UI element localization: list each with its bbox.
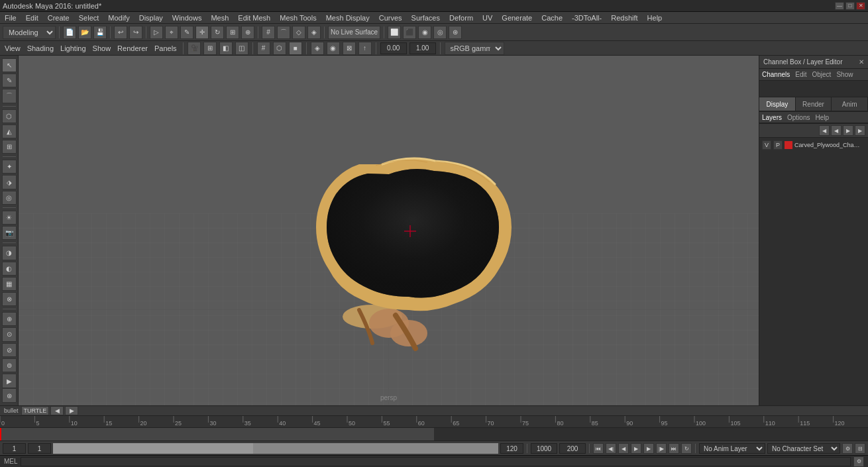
prev-frame-btn[interactable]: ◀: [50, 406, 64, 415]
mat-btn[interactable]: ◉: [327, 42, 340, 55]
paint-sel-btn[interactable]: ✎: [180, 26, 193, 39]
close-panel-btn[interactable]: ✕: [859, 58, 864, 66]
transform-tool-btn[interactable]: ⊕: [241, 26, 254, 39]
viewport-menu-renderer[interactable]: Renderer: [115, 44, 150, 53]
gamma-dropdown[interactable]: sRGB gamma: [445, 42, 504, 55]
start-frame-input[interactable]: [3, 443, 26, 454]
render-lt-btn[interactable]: ◑: [2, 246, 17, 260]
render4-btn[interactable]: ◎: [433, 26, 447, 39]
loop-btn[interactable]: ↻: [681, 443, 692, 454]
prev-frame-tl-btn[interactable]: ◀: [618, 443, 629, 454]
open-scene-btn[interactable]: 📂: [78, 26, 91, 39]
viewport-menu-show[interactable]: Show: [91, 44, 113, 53]
end-frame-input[interactable]: [500, 443, 523, 454]
anim-tab[interactable]: Anim: [832, 97, 868, 111]
menu-create[interactable]: Create: [46, 13, 72, 23]
prev-key-btn[interactable]: ◀|: [606, 443, 616, 454]
go-start-btn[interactable]: ⏮: [593, 443, 604, 454]
new-scene-btn[interactable]: 📄: [63, 26, 76, 39]
viewport[interactable]: persp: [19, 56, 759, 405]
menu-file[interactable]: File: [3, 13, 19, 23]
char-set-dropdown[interactable]: No Character Set: [767, 443, 840, 454]
menu-windows[interactable]: Windows: [170, 13, 204, 23]
snap-point-btn[interactable]: ◇: [292, 26, 305, 39]
shader-lt-btn[interactable]: ◐: [2, 262, 17, 276]
menu-redshift[interactable]: Redshift: [609, 13, 639, 23]
paint-tool-btn[interactable]: ✎: [2, 74, 17, 87]
snap-grid-btn[interactable]: #: [262, 26, 275, 39]
go-end-btn[interactable]: ⏭: [669, 443, 679, 454]
menu-surfaces[interactable]: Surfaces: [409, 13, 442, 23]
rotate-tool-btn[interactable]: ↻: [211, 26, 224, 39]
lasso-tool-btn[interactable]: ⌖: [165, 26, 178, 39]
value-y-input[interactable]: [409, 42, 436, 54]
subtab-layers[interactable]: Layers: [762, 114, 782, 121]
poly-btn[interactable]: ⬡: [2, 109, 17, 123]
current-frame-input[interactable]: [28, 443, 51, 454]
layer-ctrl-4[interactable]: ▶: [855, 125, 865, 136]
status-input[interactable]: [21, 457, 851, 466]
normals-btn[interactable]: ↑: [358, 42, 372, 55]
shade-btn[interactable]: ■: [289, 42, 302, 55]
menu-mesh[interactable]: Mesh: [209, 13, 231, 23]
menu-mesh-display[interactable]: Mesh Display: [324, 13, 372, 23]
viewport-menu-panels[interactable]: Panels: [152, 44, 179, 53]
layer-ctrl-3[interactable]: ▶: [843, 125, 853, 136]
tab-channels[interactable]: Channels: [762, 71, 790, 78]
menu-deform[interactable]: Deform: [447, 13, 475, 23]
menu-generate[interactable]: Generate: [500, 13, 534, 23]
misc3-btn[interactable]: ⊘: [2, 343, 17, 357]
layer-ctrl-1[interactable]: ◀: [819, 125, 830, 136]
timeline-scrub-bar[interactable]: [53, 443, 498, 454]
max-frame-end-input[interactable]: [559, 443, 586, 454]
cam-btn2[interactable]: ⊞: [203, 42, 217, 55]
save-scene-btn[interactable]: 💾: [93, 26, 107, 39]
select-tool-btn[interactable]: ▷: [150, 26, 163, 39]
ik-btn[interactable]: ⬗: [2, 175, 17, 189]
subtab-options[interactable]: Options: [787, 114, 810, 121]
xray-btn[interactable]: ◈: [311, 42, 324, 55]
misc1-btn[interactable]: ⊕: [2, 312, 17, 326]
menu-3dtoall[interactable]: -3DToAll-: [570, 13, 604, 23]
cam-btn1[interactable]: 🎥: [188, 42, 201, 55]
cam-btn4[interactable]: ◫: [235, 42, 248, 55]
layer-v-btn[interactable]: V: [762, 140, 771, 150]
layer-ctrl-2[interactable]: ◀: [831, 125, 841, 136]
sculpt-btn[interactable]: ◭: [2, 125, 17, 138]
timeline-ruler[interactable]: 0510152025303540455055606570758085909510…: [0, 416, 868, 428]
render1-btn[interactable]: ⬜: [388, 26, 401, 39]
viewport-menu-lighting[interactable]: Lighting: [58, 44, 88, 53]
light-btn[interactable]: ☀: [2, 211, 17, 225]
texture-lt-btn[interactable]: ▦: [2, 277, 17, 291]
script-btn[interactable]: ⚙: [853, 456, 864, 467]
uvs-btn[interactable]: ⊠: [343, 42, 356, 55]
no-live-surface-btn[interactable]: No Live Surface: [328, 26, 380, 39]
anim-extra-btn[interactable]: ⊟: [855, 443, 865, 454]
menu-help[interactable]: Help: [645, 13, 665, 23]
curve-tool-btn[interactable]: ⌒: [2, 89, 17, 103]
joint-btn[interactable]: ✦: [2, 160, 17, 174]
anim-settings-btn[interactable]: ⚙: [842, 443, 853, 454]
cam-btn3[interactable]: ◧: [219, 42, 233, 55]
workspace-dropdown[interactable]: Modeling: [3, 26, 56, 39]
menu-curves[interactable]: Curves: [377, 13, 404, 23]
node-lt-btn[interactable]: ⊗: [2, 292, 17, 306]
wire-btn[interactable]: ⬡: [273, 42, 286, 55]
render3-btn[interactable]: ◉: [418, 26, 431, 39]
tab-show[interactable]: Show: [836, 71, 853, 78]
grid-toggle-btn[interactable]: #: [257, 42, 270, 55]
snap-view-btn[interactable]: ◈: [307, 26, 321, 39]
menu-edit-mesh[interactable]: Edit Mesh: [236, 13, 272, 23]
render-tab[interactable]: Render: [796, 97, 832, 111]
next-frame-btn[interactable]: ▶: [65, 406, 78, 415]
undo-btn[interactable]: ↩: [114, 26, 127, 39]
subtab-help[interactable]: Help: [815, 114, 829, 121]
viewport-menu-shading[interactable]: Shading: [25, 44, 56, 53]
turtle-btn[interactable]: TURTLE: [21, 406, 50, 415]
minimize-btn[interactable]: —: [835, 2, 844, 10]
timeline-track[interactable]: [0, 428, 868, 441]
menu-select[interactable]: Select: [77, 13, 101, 23]
animation-btn[interactable]: ▶: [2, 374, 17, 388]
redo-btn[interactable]: ↪: [129, 26, 142, 39]
snap-curve-btn[interactable]: ⌒: [277, 26, 290, 39]
